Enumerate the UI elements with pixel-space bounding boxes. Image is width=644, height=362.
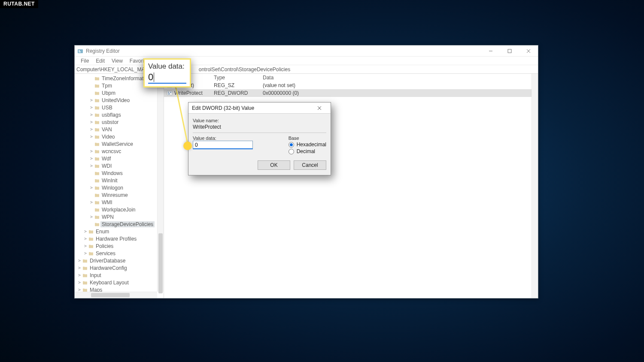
folder-icon — [94, 113, 100, 117]
tree-item[interactable]: >HardwareConfig — [76, 264, 164, 272]
menu-view[interactable]: View — [108, 57, 126, 65]
tree-item-label: Wdf — [100, 156, 112, 162]
tree-item[interactable]: >Hardware Profiles — [76, 235, 164, 242]
tree-item-label: WDI — [100, 163, 113, 169]
tree-item-label: VAN — [100, 127, 113, 133]
tree-item[interactable]: WalletService — [76, 140, 164, 148]
tree-item-label: Policies — [94, 243, 115, 249]
folder-icon — [88, 229, 94, 234]
cancel-button[interactable]: Cancel — [294, 160, 326, 170]
folder-icon — [94, 84, 100, 88]
tree-item[interactable]: >DriverDatabase — [76, 257, 164, 264]
site-watermark: RUTAB.NET — [0, 0, 38, 8]
tree-item[interactable]: >wcncsvc — [76, 148, 164, 155]
value-type: REG_SZ — [211, 82, 260, 88]
list-scrollbar-vertical[interactable] — [532, 74, 538, 298]
value-row[interactable]: ab(Default)REG_SZ(value not set) — [164, 81, 538, 89]
tree-item[interactable]: >Enum — [76, 228, 164, 235]
radio-icon — [289, 142, 294, 148]
svg-rect-9 — [167, 91, 172, 95]
folder-icon — [94, 222, 100, 226]
tree-item[interactable]: >Policies — [76, 242, 164, 250]
tree-item[interactable]: >UnitedVideo — [76, 97, 164, 104]
value-row[interactable]: WriteProtectREG_DWORD0x00000000 (0) — [164, 89, 538, 97]
menu-edit[interactable]: Edit — [92, 57, 108, 65]
folder-icon — [94, 157, 100, 161]
callout-title: Value data: — [148, 62, 186, 71]
tree-item-label: Winlogon — [100, 185, 125, 191]
folder-icon — [94, 164, 100, 168]
tree-item[interactable]: >USB — [76, 104, 164, 111]
tree-item-label: Winresume — [100, 192, 129, 198]
folder-icon — [94, 215, 100, 219]
column-header[interactable]: Data — [260, 74, 372, 81]
window-title: Registry Editor — [86, 48, 120, 54]
chevron-right-icon: > — [83, 244, 88, 248]
tree-item-label: wcncsvc — [100, 148, 122, 154]
tree-item-label: HardwareConfig — [88, 265, 128, 271]
tree-item[interactable]: Windows — [76, 169, 164, 177]
tree-item[interactable]: >VAN — [76, 126, 164, 133]
tree-item[interactable]: >Wdf — [76, 155, 164, 162]
value-name: WriteProtect — [174, 90, 203, 96]
scrollbar-thumb[interactable] — [158, 233, 163, 293]
ok-button[interactable]: OK — [258, 160, 290, 170]
folder-icon — [88, 251, 94, 256]
tree-item[interactable]: Winresume — [76, 191, 164, 199]
maximize-button[interactable] — [500, 45, 519, 56]
tree-item[interactable]: >WDI — [76, 162, 164, 169]
chevron-right-icon: > — [89, 157, 94, 161]
tree-scrollbar-vertical[interactable] — [157, 74, 164, 292]
svg-rect-10 — [168, 92, 169, 93]
folder-icon — [94, 120, 100, 124]
chevron-right-icon: > — [89, 98, 94, 103]
tree-item[interactable]: Ubpm — [76, 89, 164, 97]
chevron-right-icon: > — [89, 215, 94, 219]
folder-icon — [88, 237, 94, 241]
base-hex-radio[interactable]: Hexadecimal — [289, 142, 326, 148]
tree-item-label: StorageDevicePolicies — [100, 221, 155, 227]
tree-item-label: WinInit — [100, 178, 119, 184]
value-data-input[interactable] — [193, 141, 253, 149]
folder-icon — [94, 127, 100, 132]
tree-item[interactable]: >usbflags — [76, 111, 164, 118]
tree-item[interactable]: WinInit — [76, 177, 164, 184]
tree-item[interactable]: >Video — [76, 133, 164, 140]
folder-icon — [94, 149, 100, 154]
base-dec-radio[interactable]: Decimal — [289, 148, 326, 154]
tree-navigation-pane[interactable]: TimeZoneInformationTpmUbpm>UnitedVideo>U… — [75, 74, 164, 298]
svg-rect-4 — [508, 49, 511, 53]
dialog-close-button[interactable] — [312, 106, 327, 110]
folder-icon — [94, 186, 100, 190]
tree-item[interactable]: StorageDevicePolicies — [76, 220, 164, 228]
tree-item-label: WMI — [100, 199, 114, 205]
value-type: REG_DWORD — [211, 90, 260, 96]
scrollbar-thumb[interactable] — [91, 293, 130, 297]
value-name-field: WriteProtect — [193, 124, 326, 130]
tree-item[interactable]: >Input — [76, 272, 164, 279]
tree-item[interactable]: >Keyboard Layout — [76, 279, 164, 286]
folder-icon — [94, 171, 100, 175]
tree-item-label: Video — [100, 134, 116, 140]
tree-item[interactable]: >Services — [76, 250, 164, 257]
tree-item[interactable]: >usbstor — [76, 118, 164, 126]
column-header[interactable]: Type — [211, 74, 260, 81]
chevron-right-icon: > — [89, 106, 94, 110]
menu-file[interactable]: File — [77, 57, 92, 65]
tree-scrollbar-horizontal[interactable] — [75, 292, 157, 298]
callout-value: 0 — [148, 72, 186, 82]
tree-item-label: Services — [94, 250, 117, 256]
close-button[interactable] — [519, 45, 538, 56]
folder-icon — [94, 178, 100, 183]
tree-item[interactable]: >Winlogon — [76, 184, 164, 191]
minimize-button[interactable] — [481, 45, 500, 56]
folder-icon — [94, 76, 100, 81]
folder-icon — [82, 266, 88, 270]
tree-item[interactable]: >WPN — [76, 213, 164, 220]
folder-icon — [94, 135, 100, 139]
tree-item[interactable]: WorkplaceJoin — [76, 206, 164, 213]
tree-item-label: UnitedVideo — [100, 97, 131, 103]
value-name-label: Value name: — [193, 118, 326, 123]
tree-item[interactable]: >WMI — [76, 199, 164, 206]
svg-rect-11 — [168, 94, 170, 94]
